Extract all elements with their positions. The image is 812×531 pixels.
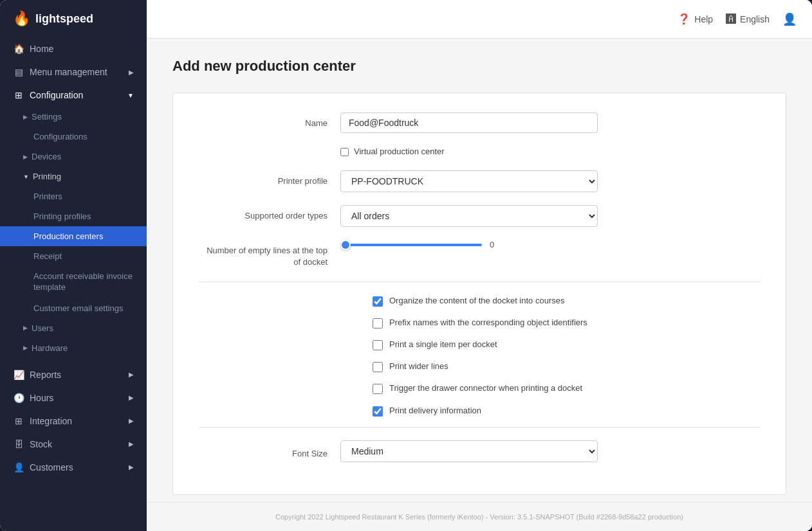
single-item-label[interactable]: Print a single item per docket: [389, 339, 497, 350]
stock-icon: 🗄: [13, 439, 24, 449]
sidebar-item-account-receivable-label: Account receivable invoice template: [33, 271, 133, 292]
sidebar-navigation: 🏠 Home ▤ Menu management ▶ ⊞ Configurati…: [0, 37, 147, 531]
empty-lines-row: Number of empty lines at the top of dock…: [199, 240, 760, 268]
organize-courses-checkbox[interactable]: [373, 296, 383, 307]
drawer-connector-checkbox[interactable]: [373, 384, 383, 394]
chevron-right-icon-settings: ▶: [23, 114, 28, 120]
sidebar-item-hours[interactable]: 🕐 Hours ▶: [0, 386, 147, 410]
checkboxes-section: Organize the content of the docket into …: [199, 295, 760, 417]
drawer-connector-row: Trigger the drawer connector when printi…: [373, 382, 760, 394]
integration-icon: ⊞: [13, 416, 24, 426]
topbar: ❓ Help 🅰 English 👤: [147, 0, 812, 39]
font-size-select[interactable]: Small Medium Large: [340, 440, 598, 462]
printer-profile-row: Printer profile PP-FOODTRUCK: [199, 170, 760, 192]
menu-management-icon: ▤: [13, 67, 24, 77]
name-input[interactable]: [340, 113, 598, 133]
empty-lines-slider[interactable]: [340, 244, 482, 246]
logo[interactable]: 🔥 lightspeed: [0, 0, 147, 37]
sidebar-item-customers[interactable]: 👤 Customers ▶: [0, 456, 147, 479]
sidebar-item-configuration-label: Configuration: [30, 90, 83, 100]
sidebar-item-receipt[interactable]: Receipt: [0, 246, 147, 266]
single-item-checkbox[interactable]: [373, 340, 383, 350]
sidebar-item-users[interactable]: ▶ Users: [0, 318, 147, 338]
sidebar-item-stock[interactable]: 🗄 Stock ▶: [0, 433, 147, 456]
organize-courses-label[interactable]: Organize the content of the docket into …: [389, 295, 564, 307]
wider-lines-row: Print wider lines: [373, 361, 760, 372]
configuration-icon: ⊞: [13, 90, 24, 100]
sidebar-item-receipt-label: Receipt: [33, 251, 62, 261]
help-icon: ❓: [678, 13, 690, 25]
sidebar-item-customer-email[interactable]: Customer email settings: [0, 298, 147, 318]
section-divider-2: [199, 427, 760, 428]
sidebar-item-home-label: Home: [30, 44, 53, 54]
page-content: Add new production center Name Virtual p…: [147, 39, 812, 502]
printer-profile-field-wrap: PP-FOODTRUCK: [340, 170, 598, 192]
reports-icon: 📈: [13, 370, 24, 380]
organize-courses-row: Organize the content of the docket into …: [373, 295, 760, 307]
sidebar-item-customers-label: Customers: [30, 462, 73, 473]
language-label: English: [740, 14, 770, 24]
sidebar-item-integration[interactable]: ⊞ Integration ▶: [0, 410, 147, 433]
page-title: Add new production center: [172, 58, 786, 75]
sidebar-item-menu-management[interactable]: ▤ Menu management ▶: [0, 60, 147, 84]
sidebar-item-hardware[interactable]: ▶ Hardware: [0, 338, 147, 358]
font-size-row: Font Size Small Medium Large: [199, 440, 760, 462]
chevron-right-icon: ▶: [129, 69, 134, 76]
customers-icon: 👤: [13, 462, 24, 473]
chevron-down-icon: ▼: [127, 92, 134, 99]
hours-icon: 🕐: [13, 393, 24, 403]
logo-text: lightspeed: [35, 12, 93, 26]
order-types-label: Supported order types: [199, 205, 340, 222]
sidebar: 🔥 lightspeed 🏠 Home ▤ Menu management ▶ …: [0, 0, 147, 531]
virtual-production-center-row: Virtual production center: [199, 146, 760, 158]
user-profile-button[interactable]: 👤: [782, 12, 797, 26]
chevron-right-icon-hours: ▶: [129, 394, 134, 401]
sidebar-item-menu-management-label: Menu management: [30, 67, 107, 77]
sidebar-item-devices[interactable]: ▶ Devices: [0, 147, 147, 166]
name-field-wrap: [340, 113, 598, 133]
slider-wrap: 0: [340, 240, 598, 249]
order-types-row: Supported order types All orders: [199, 205, 760, 227]
sidebar-item-printing[interactable]: ▼ Printing: [0, 166, 147, 186]
user-icon: 👤: [782, 12, 797, 26]
sidebar-item-stock-label: Stock: [30, 439, 52, 449]
sidebar-item-reports[interactable]: 📈 Reports ▶: [0, 363, 147, 386]
virtual-production-center-checkbox[interactable]: [340, 148, 349, 156]
order-types-select[interactable]: All orders: [340, 205, 598, 227]
name-row: Name: [199, 113, 760, 133]
chevron-right-icon-reports: ▶: [129, 371, 134, 378]
sidebar-item-users-label: Users: [32, 323, 53, 333]
sidebar-item-settings[interactable]: ▶ Settings: [0, 107, 147, 127]
chevron-down-icon-printing: ▼: [23, 174, 29, 180]
chevron-right-icon-devices: ▶: [23, 154, 28, 160]
home-icon: 🏠: [13, 44, 24, 54]
chevron-right-icon-hardware: ▶: [23, 345, 28, 351]
prefix-names-label[interactable]: Prefix names with the corresponding obje…: [389, 317, 587, 328]
drawer-connector-label[interactable]: Trigger the drawer connector when printi…: [389, 382, 582, 394]
virtual-production-center-label[interactable]: Virtual production center: [354, 146, 445, 158]
language-icon: 🅰: [726, 14, 736, 25]
sidebar-item-account-receivable[interactable]: Account receivable invoice template: [0, 266, 147, 298]
prefix-names-checkbox[interactable]: [373, 318, 383, 328]
font-size-field-wrap: Small Medium Large: [340, 440, 598, 462]
sidebar-item-printing-profiles[interactable]: Printing profiles: [0, 206, 147, 226]
sidebar-item-printers[interactable]: Printers: [0, 186, 147, 206]
language-selector[interactable]: 🅰 English: [726, 14, 770, 25]
sidebar-item-hours-label: Hours: [30, 393, 53, 403]
sidebar-item-customer-email-label: Customer email settings: [33, 303, 123, 313]
help-button[interactable]: ❓ Help: [678, 13, 713, 25]
sidebar-item-hardware-label: Hardware: [32, 343, 68, 353]
help-label: Help: [694, 14, 713, 24]
wider-lines-label[interactable]: Print wider lines: [389, 361, 448, 372]
delivery-info-checkbox[interactable]: [373, 406, 383, 417]
sidebar-item-home[interactable]: 🏠 Home: [0, 37, 147, 60]
wider-lines-checkbox[interactable]: [373, 362, 383, 372]
footer: Copyright 2022 Lightspeed Restaurant K S…: [147, 502, 812, 531]
delivery-info-label[interactable]: Print delivery information: [389, 405, 481, 417]
font-size-label: Font Size: [199, 443, 340, 460]
sidebar-item-configurations[interactable]: Configurations: [0, 127, 147, 147]
sidebar-item-configuration[interactable]: ⊞ Configuration ▼: [0, 84, 147, 107]
sidebar-item-production-centers[interactable]: Production centers: [0, 226, 147, 246]
printer-profile-select[interactable]: PP-FOODTRUCK: [340, 170, 598, 192]
chevron-right-icon-integration: ▶: [129, 417, 134, 424]
